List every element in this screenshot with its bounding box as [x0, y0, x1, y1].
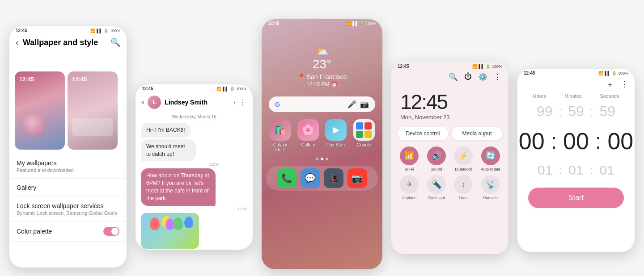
- status-bar-5: 12:45 📶 ▌▌ 🔋 100%: [517, 69, 635, 77]
- timer-top-hours: 99: [534, 103, 556, 120]
- timer-bottom-minutes: 01: [565, 163, 587, 178]
- data-tile-icon: ↕: [454, 175, 473, 194]
- bluetooth-tile-icon: ⚡: [454, 146, 473, 165]
- qs-tile-podcast[interactable]: 📡 Podcast: [479, 175, 503, 200]
- timer-labels: Hours Minutes Seconds: [517, 92, 635, 100]
- menu-item-colorpalette[interactable]: Color palette: [9, 222, 127, 242]
- status-bar-3: 12:45 📶 ▌▌ 🔋 100%: [262, 19, 382, 28]
- dock-camera[interactable]: 📷: [347, 168, 367, 188]
- wifi-icon-5: 📶: [598, 71, 603, 75]
- menu-item-gallery[interactable]: Gallery: [9, 179, 127, 197]
- search-button-1[interactable]: 🔍: [110, 38, 120, 47]
- page-dots: [262, 158, 382, 160]
- bubble-text-0: Hi~! I'm BACK!!!: [146, 127, 185, 133]
- flashlight-tile-icon: 🔦: [427, 175, 446, 194]
- add-timer-button[interactable]: ＋: [606, 79, 614, 90]
- google-tile-4: [364, 131, 372, 138]
- wifi-icon-4: 📶: [472, 64, 477, 69]
- search-bar[interactable]: G 🎤 📷: [269, 96, 375, 112]
- gallery-icon: 🌸: [297, 119, 319, 141]
- timer-top-minutes: 59: [565, 103, 587, 120]
- timer-bottom-hours: 01: [534, 163, 556, 178]
- timer-main-colon-1: :: [551, 129, 557, 154]
- status-bar-4: 12:45 📶 ▌▌ 🔋 100%: [391, 62, 508, 71]
- clock-date: Mon, November 23: [400, 114, 500, 121]
- bluetooth-tile-label: Bluetooth: [455, 167, 472, 171]
- app-grid: 🛍️ Galaxy Store 🌸 Gallery ▶ Play Store G…: [262, 119, 382, 152]
- back-button-2[interactable]: ‹: [142, 98, 144, 106]
- app-gallery[interactable]: 🌸 Gallery: [296, 119, 321, 152]
- battery-icon-5: 🔋: [612, 71, 617, 75]
- qs-tile-autorotate[interactable]: 🔄 Auto rotate: [479, 146, 503, 171]
- weather-city: 📍 San Francisco: [262, 73, 382, 80]
- weather-time: 12:45 PM ⏰: [262, 81, 382, 88]
- dock-messages[interactable]: 💬: [301, 168, 320, 188]
- wifi-tile-icon: 📶: [400, 146, 419, 165]
- dot-3: [326, 158, 328, 160]
- google-icon: [353, 119, 375, 141]
- app-play-store[interactable]: ▶ Play Store: [324, 119, 348, 152]
- wallpaper-thumb-2[interactable]: 12:45: [68, 71, 118, 150]
- menu-item-lockscreen[interactable]: Lock screen wallpaper services Dynamic L…: [9, 197, 127, 222]
- status-time-5: 12:45: [524, 71, 535, 75]
- timer-main-hours: 00: [517, 128, 547, 155]
- qs-tiles-grid: 📶 Wi-Fi 🔊 Sound ⚡ Bluetooth 🔄 Auto rotat…: [391, 144, 508, 203]
- sound-tile-icon: 🔊: [427, 146, 446, 165]
- qs-tile-wifi[interactable]: 📶 Wi-Fi: [398, 146, 421, 171]
- qs-tile-airplane[interactable]: ✈ Airplane: [398, 175, 421, 200]
- thumb-time-1: 12:45: [19, 76, 34, 83]
- bubble-wrap-2: How about on Thursday at 6PM? If you are…: [141, 168, 247, 211]
- app-galaxy-store[interactable]: 🛍️ Galaxy Store: [268, 119, 292, 152]
- wifi-icon: 📶: [90, 29, 95, 33]
- seconds-label: Seconds: [600, 93, 619, 99]
- start-button[interactable]: Start: [528, 188, 624, 208]
- timer-main-numbers: 00 : 00 : 00: [517, 122, 635, 160]
- status-time-3: 12:45: [268, 21, 280, 26]
- date-label: Wednesday, March 16: [136, 112, 253, 122]
- search-qs-icon[interactable]: 🔍: [449, 72, 458, 82]
- dot-1: [316, 158, 318, 160]
- app-label-1: Gallery: [301, 142, 315, 147]
- dock-phone[interactable]: 📞: [277, 168, 297, 188]
- status-icons-2: 📶 ▌▌ 🔋 100%: [216, 87, 246, 91]
- airplane-tile-icon: ✈: [400, 175, 419, 194]
- dot-2: [321, 158, 323, 160]
- menu-item-mywallpapers[interactable]: My wallpapers Featured and downloaded: [9, 154, 127, 179]
- dock-slauncher[interactable]: 🎩: [324, 168, 343, 188]
- microphone-icon[interactable]: 🎤: [347, 100, 356, 109]
- phone-messages: 12:45 📶 ▌▌ 🔋 100% ‹ L Lindsey Smith ▾ ⋮ …: [136, 84, 253, 250]
- thumb-time-2: 12:45: [72, 76, 87, 83]
- app-google[interactable]: Google: [352, 119, 377, 152]
- battery-icon: 🔋: [104, 29, 109, 33]
- more-timer-button[interactable]: ⋮: [620, 79, 628, 90]
- wallpaper-thumb-1[interactable]: 12:45: [15, 71, 65, 150]
- more-options-button[interactable]: ⋮: [239, 98, 246, 107]
- device-control-button[interactable]: Device control: [398, 127, 448, 140]
- app-label-0: Galaxy Store: [268, 142, 292, 152]
- settings-qs-icon[interactable]: ⚙️: [478, 72, 487, 82]
- media-output-button[interactable]: Media ouput: [452, 127, 502, 140]
- message-1: We should meet to catch up! 12:34: [136, 138, 253, 168]
- qs-tile-flashlight[interactable]: 🔦 Flashlight: [425, 175, 449, 200]
- qs-tile-data[interactable]: ↕ Data: [452, 175, 475, 200]
- power-qs-icon[interactable]: ⏻: [464, 72, 472, 82]
- more-qs-icon[interactable]: ⋮: [494, 72, 501, 82]
- color-palette-toggle[interactable]: [103, 227, 119, 236]
- signal-icon-3: ▌▌: [352, 21, 358, 26]
- thumb-bar: [72, 118, 113, 136]
- battery-icon-2: 🔋: [230, 87, 235, 91]
- battery-text-4: 100%: [492, 64, 502, 69]
- sound-tile-label: Sound: [431, 167, 442, 171]
- clock-big-time: 12:45: [400, 90, 500, 114]
- camera-lens-icon[interactable]: 📷: [360, 100, 369, 109]
- bubble-time-2: 12:39: [141, 207, 247, 211]
- battery-text-2: 100%: [236, 87, 246, 91]
- qs-tile-sound[interactable]: 🔊 Sound: [425, 146, 449, 171]
- qs-tile-bluetooth[interactable]: ⚡ Bluetooth: [452, 146, 475, 171]
- timer-colon-1: :: [559, 104, 562, 119]
- back-button-1[interactable]: ‹: [16, 38, 18, 47]
- status-icons-5: 📶 ▌▌ 🔋 100%: [598, 71, 628, 75]
- timer-main-seconds: 00: [605, 128, 635, 155]
- hours-label: Hours: [533, 93, 546, 99]
- timer-bottom-colon-2: :: [590, 163, 593, 177]
